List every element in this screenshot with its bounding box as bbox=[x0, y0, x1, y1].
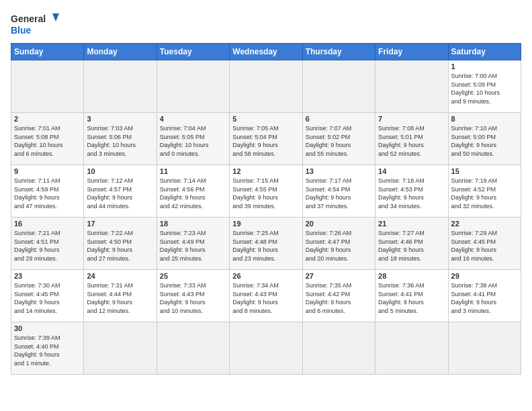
day-number: 21 bbox=[378, 220, 445, 228]
calendar-cell: 11Sunrise: 7:14 AM Sunset: 4:56 PM Dayli… bbox=[157, 165, 229, 218]
day-number: 25 bbox=[160, 272, 226, 280]
calendar-cell: 17Sunrise: 7:22 AM Sunset: 4:50 PM Dayli… bbox=[84, 218, 157, 270]
day-info: Sunrise: 7:03 AM Sunset: 5:06 PM Dayligh… bbox=[87, 124, 153, 158]
calendar-cell: 27Sunrise: 7:35 AM Sunset: 4:42 PM Dayli… bbox=[302, 270, 375, 322]
calendar-cell bbox=[157, 322, 229, 375]
calendar-cell: 9Sunrise: 7:11 AM Sunset: 4:59 PM Daylig… bbox=[11, 165, 84, 218]
calendar-table: SundayMondayTuesdayWednesdayThursdayFrid… bbox=[11, 43, 521, 375]
calendar-cell: 3Sunrise: 7:03 AM Sunset: 5:06 PM Daylig… bbox=[84, 113, 157, 165]
generalblue-logo-icon: General Blue bbox=[11, 11, 64, 38]
calendar-cell bbox=[157, 60, 229, 113]
day-number: 6 bbox=[306, 115, 372, 123]
day-number: 16 bbox=[14, 220, 81, 228]
day-info: Sunrise: 7:04 AM Sunset: 5:05 PM Dayligh… bbox=[160, 124, 226, 158]
calendar-cell: 21Sunrise: 7:27 AM Sunset: 4:46 PM Dayli… bbox=[375, 218, 448, 270]
day-number: 3 bbox=[87, 115, 153, 123]
day-info: Sunrise: 7:39 AM Sunset: 4:40 PM Dayligh… bbox=[14, 334, 81, 367]
day-header-saturday: Saturday bbox=[448, 44, 521, 60]
calendar-cell: 10Sunrise: 7:12 AM Sunset: 4:57 PM Dayli… bbox=[84, 165, 157, 218]
day-number: 19 bbox=[232, 220, 299, 228]
calendar-cell bbox=[302, 60, 375, 113]
calendar-week-row: 2Sunrise: 7:01 AM Sunset: 5:08 PM Daylig… bbox=[11, 113, 521, 165]
day-info: Sunrise: 7:23 AM Sunset: 4:49 PM Dayligh… bbox=[160, 229, 226, 263]
day-number: 1 bbox=[451, 62, 518, 71]
day-info: Sunrise: 7:31 AM Sunset: 4:44 PM Dayligh… bbox=[87, 281, 153, 315]
day-info: Sunrise: 7:11 AM Sunset: 4:59 PM Dayligh… bbox=[14, 177, 81, 210]
calendar-cell bbox=[375, 60, 448, 113]
day-number: 13 bbox=[306, 167, 372, 175]
day-info: Sunrise: 7:22 AM Sunset: 4:50 PM Dayligh… bbox=[87, 229, 153, 263]
day-number: 20 bbox=[306, 220, 372, 228]
day-info: Sunrise: 7:29 AM Sunset: 4:45 PM Dayligh… bbox=[451, 229, 518, 263]
day-info: Sunrise: 7:25 AM Sunset: 4:48 PM Dayligh… bbox=[232, 229, 299, 263]
day-info: Sunrise: 7:38 AM Sunset: 4:41 PM Dayligh… bbox=[451, 281, 518, 315]
day-number: 12 bbox=[232, 167, 299, 175]
day-header-friday: Friday bbox=[375, 44, 448, 60]
calendar-cell: 22Sunrise: 7:29 AM Sunset: 4:45 PM Dayli… bbox=[448, 218, 521, 270]
calendar-cell bbox=[84, 60, 157, 113]
day-info: Sunrise: 7:26 AM Sunset: 4:47 PM Dayligh… bbox=[306, 229, 372, 263]
day-info: Sunrise: 7:27 AM Sunset: 4:46 PM Dayligh… bbox=[378, 229, 445, 263]
calendar-cell bbox=[11, 60, 84, 113]
calendar-cell: 6Sunrise: 7:07 AM Sunset: 5:02 PM Daylig… bbox=[302, 113, 375, 165]
calendar-cell: 26Sunrise: 7:34 AM Sunset: 4:43 PM Dayli… bbox=[230, 270, 302, 322]
day-number: 14 bbox=[378, 167, 445, 175]
day-info: Sunrise: 7:05 AM Sunset: 5:04 PM Dayligh… bbox=[232, 124, 299, 158]
day-info: Sunrise: 7:33 AM Sunset: 4:43 PM Dayligh… bbox=[160, 281, 226, 315]
day-info: Sunrise: 7:15 AM Sunset: 4:55 PM Dayligh… bbox=[232, 177, 299, 210]
day-info: Sunrise: 7:10 AM Sunset: 5:00 PM Dayligh… bbox=[451, 124, 518, 158]
calendar-week-row: 1Sunrise: 7:00 AM Sunset: 5:09 PM Daylig… bbox=[11, 60, 521, 113]
calendar-cell: 7Sunrise: 7:08 AM Sunset: 5:01 PM Daylig… bbox=[375, 113, 448, 165]
calendar-cell: 28Sunrise: 7:36 AM Sunset: 4:41 PM Dayli… bbox=[375, 270, 448, 322]
calendar-week-row: 9Sunrise: 7:11 AM Sunset: 4:59 PM Daylig… bbox=[11, 165, 521, 218]
calendar-cell: 15Sunrise: 7:19 AM Sunset: 4:52 PM Dayli… bbox=[448, 165, 521, 218]
day-number: 9 bbox=[14, 167, 81, 175]
calendar-cell: 29Sunrise: 7:38 AM Sunset: 4:41 PM Dayli… bbox=[448, 270, 521, 322]
calendar-cell bbox=[230, 60, 302, 113]
calendar-cell: 14Sunrise: 7:18 AM Sunset: 4:53 PM Dayli… bbox=[375, 165, 448, 218]
day-info: Sunrise: 7:30 AM Sunset: 4:45 PM Dayligh… bbox=[14, 281, 81, 315]
day-info: Sunrise: 7:17 AM Sunset: 4:54 PM Dayligh… bbox=[306, 177, 372, 210]
day-number: 11 bbox=[160, 167, 226, 175]
calendar-cell: 13Sunrise: 7:17 AM Sunset: 4:54 PM Dayli… bbox=[302, 165, 375, 218]
calendar-week-row: 30Sunrise: 7:39 AM Sunset: 4:40 PM Dayli… bbox=[11, 322, 521, 375]
svg-text:General: General bbox=[11, 13, 46, 24]
day-number: 10 bbox=[87, 167, 153, 175]
svg-text:Blue: Blue bbox=[11, 25, 32, 36]
calendar-cell bbox=[230, 322, 302, 375]
day-info: Sunrise: 7:14 AM Sunset: 4:56 PM Dayligh… bbox=[160, 177, 226, 210]
calendar-cell: 16Sunrise: 7:21 AM Sunset: 4:51 PM Dayli… bbox=[11, 218, 84, 270]
day-number: 24 bbox=[87, 272, 153, 280]
day-number: 22 bbox=[451, 220, 518, 228]
day-info: Sunrise: 7:21 AM Sunset: 4:51 PM Dayligh… bbox=[14, 229, 81, 263]
day-number: 8 bbox=[451, 115, 518, 123]
day-info: Sunrise: 7:01 AM Sunset: 5:08 PM Dayligh… bbox=[14, 124, 81, 158]
day-info: Sunrise: 7:19 AM Sunset: 4:52 PM Dayligh… bbox=[451, 177, 518, 210]
day-header-sunday: Sunday bbox=[11, 44, 84, 60]
day-info: Sunrise: 7:00 AM Sunset: 5:09 PM Dayligh… bbox=[451, 72, 518, 105]
day-info: Sunrise: 7:08 AM Sunset: 5:01 PM Dayligh… bbox=[378, 124, 445, 158]
calendar-header-row: SundayMondayTuesdayWednesdayThursdayFrid… bbox=[11, 44, 521, 60]
day-info: Sunrise: 7:12 AM Sunset: 4:57 PM Dayligh… bbox=[87, 177, 153, 210]
day-info: Sunrise: 7:07 AM Sunset: 5:02 PM Dayligh… bbox=[306, 124, 372, 158]
calendar-cell: 12Sunrise: 7:15 AM Sunset: 4:55 PM Dayli… bbox=[230, 165, 302, 218]
day-number: 26 bbox=[232, 272, 299, 280]
svg-marker-2 bbox=[52, 13, 59, 21]
day-number: 23 bbox=[14, 272, 81, 280]
day-number: 7 bbox=[378, 115, 445, 123]
day-number: 29 bbox=[451, 272, 518, 280]
day-number: 15 bbox=[451, 167, 518, 175]
calendar-cell: 19Sunrise: 7:25 AM Sunset: 4:48 PM Dayli… bbox=[230, 218, 302, 270]
calendar-cell: 5Sunrise: 7:05 AM Sunset: 5:04 PM Daylig… bbox=[230, 113, 302, 165]
calendar-cell bbox=[302, 322, 375, 375]
day-header-thursday: Thursday bbox=[302, 44, 375, 60]
day-header-tuesday: Tuesday bbox=[157, 44, 229, 60]
day-number: 27 bbox=[306, 272, 372, 280]
day-number: 2 bbox=[14, 115, 81, 123]
calendar-cell: 25Sunrise: 7:33 AM Sunset: 4:43 PM Dayli… bbox=[157, 270, 229, 322]
calendar-cell: 18Sunrise: 7:23 AM Sunset: 4:49 PM Dayli… bbox=[157, 218, 229, 270]
calendar-cell: 8Sunrise: 7:10 AM Sunset: 5:00 PM Daylig… bbox=[448, 113, 521, 165]
day-info: Sunrise: 7:34 AM Sunset: 4:43 PM Dayligh… bbox=[232, 281, 299, 315]
calendar-week-row: 23Sunrise: 7:30 AM Sunset: 4:45 PM Dayli… bbox=[11, 270, 521, 322]
calendar-cell bbox=[448, 322, 521, 375]
